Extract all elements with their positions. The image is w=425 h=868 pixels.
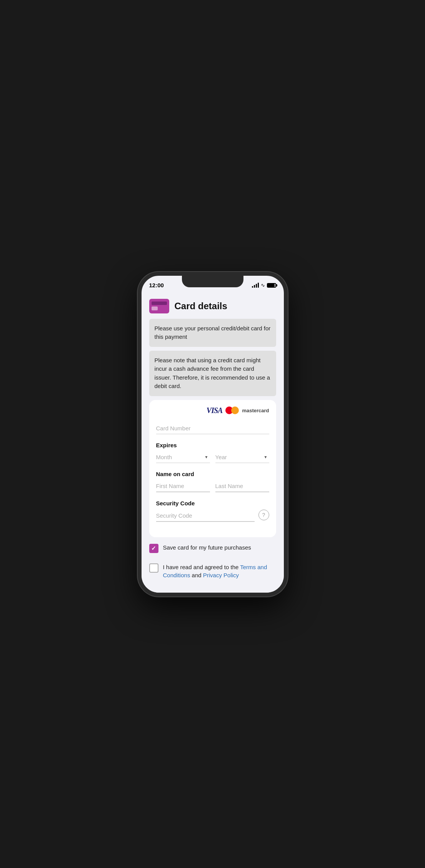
battery-fill — [268, 284, 275, 287]
mc-circle-right — [231, 407, 239, 414]
mastercard-text: mastercard — [242, 408, 269, 413]
security-input-wrap — [156, 510, 255, 522]
card-icon-chip — [152, 307, 158, 310]
terms-checkbox[interactable] — [149, 563, 158, 573]
year-select-wrapper: Year 202420252026 202720282029 203020312… — [215, 451, 269, 463]
page-header: Card details — [149, 293, 276, 319]
month-select-wrapper: Month 010203 040506 070809 101112 ▼ — [156, 451, 210, 463]
year-select[interactable]: Year 202420252026 202720282029 203020312… — [215, 451, 269, 463]
signal-bars-icon — [252, 283, 259, 288]
page-title: Card details — [175, 301, 227, 312]
wifi-icon: ∿ — [261, 282, 265, 288]
name-on-card-label: Name on card — [156, 471, 269, 477]
expires-label: Expires — [156, 442, 269, 448]
expires-row: Month 010203 040506 070809 101112 ▼ Year… — [156, 451, 269, 463]
card-number-group — [156, 423, 269, 434]
security-code-label: Security Code — [156, 500, 269, 506]
save-card-checkbox[interactable]: ✓ — [149, 544, 158, 553]
card-form: VISA mastercard Expires Month — [149, 400, 276, 537]
phone-frame: 12:00 ∿ Card details Please us — [138, 272, 288, 596]
card-brands: VISA mastercard — [156, 406, 269, 415]
checkmark-icon: ✓ — [151, 545, 156, 552]
card-icon — [149, 299, 169, 313]
notch — [182, 276, 243, 287]
info-box-advance: Please note that using a credit card mig… — [149, 351, 276, 396]
security-row: ? — [156, 510, 269, 522]
visa-logo: VISA — [207, 406, 223, 415]
save-card-label: Save card for my future purchases — [163, 543, 251, 551]
first-name-field — [156, 480, 210, 492]
save-card-row: ✓ Save card for my future purchases — [149, 537, 276, 557]
last-name-field — [215, 480, 269, 492]
last-name-input[interactable] — [215, 480, 269, 492]
question-mark-icon: ? — [262, 512, 265, 518]
mastercard-logo: mastercard — [225, 407, 269, 414]
name-on-card-group: Name on card — [156, 471, 269, 492]
screen-content: Card details Please use your personal cr… — [142, 293, 284, 593]
security-code-input[interactable] — [156, 510, 255, 521]
first-name-input[interactable] — [156, 480, 210, 492]
info-box-personal-text: Please use your personal credit/debit ca… — [155, 325, 271, 340]
card-number-input[interactable] — [156, 423, 269, 434]
terms-label: I have read and agreed to the Terms and … — [163, 563, 276, 579]
terms-pre-text: I have read and agreed to the — [163, 564, 240, 570]
card-icon-stripe — [152, 302, 167, 305]
status-icons: ∿ — [252, 282, 276, 288]
name-row — [156, 480, 269, 492]
info-box-personal: Please use your personal credit/debit ca… — [149, 319, 276, 347]
expires-group: Expires Month 010203 040506 070809 10111… — [156, 442, 269, 463]
security-help-button[interactable]: ? — [258, 510, 269, 520]
terms-row: I have read and agreed to the Terms and … — [149, 557, 276, 583]
info-box-advance-text: Please note that using a credit card mig… — [155, 357, 270, 390]
status-time: 12:00 — [149, 282, 164, 288]
terms-mid-text: and — [190, 572, 203, 578]
month-select[interactable]: Month 010203 040506 070809 101112 — [156, 451, 210, 463]
battery-icon — [267, 283, 276, 288]
security-code-group: Security Code ? — [156, 500, 269, 522]
privacy-link[interactable]: Privacy Policy — [203, 572, 239, 578]
